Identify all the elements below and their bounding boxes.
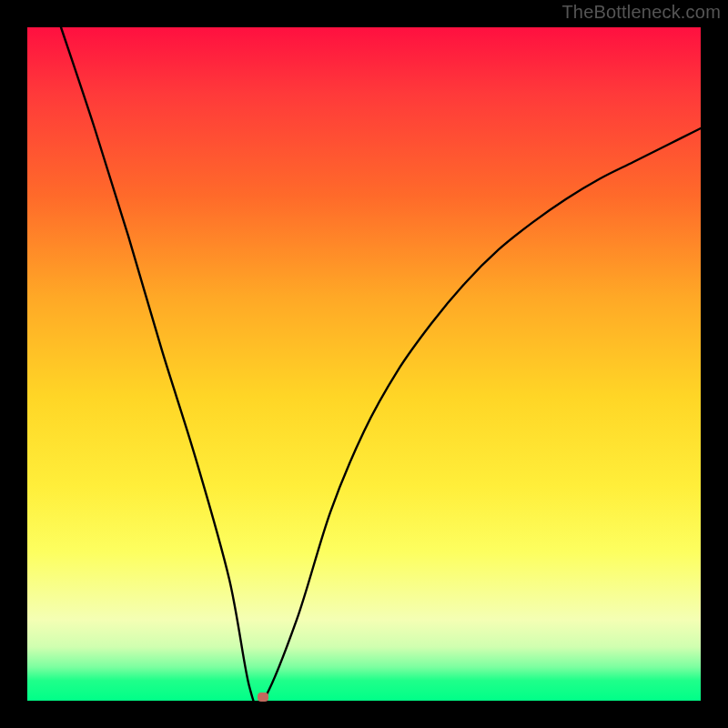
bottleneck-curve — [27, 27, 701, 701]
plot-area — [27, 27, 701, 701]
minimum-marker — [258, 693, 268, 702]
watermark-text: TheBottleneck.com — [561, 2, 721, 23]
chart-frame: TheBottleneck.com — [0, 0, 728, 728]
